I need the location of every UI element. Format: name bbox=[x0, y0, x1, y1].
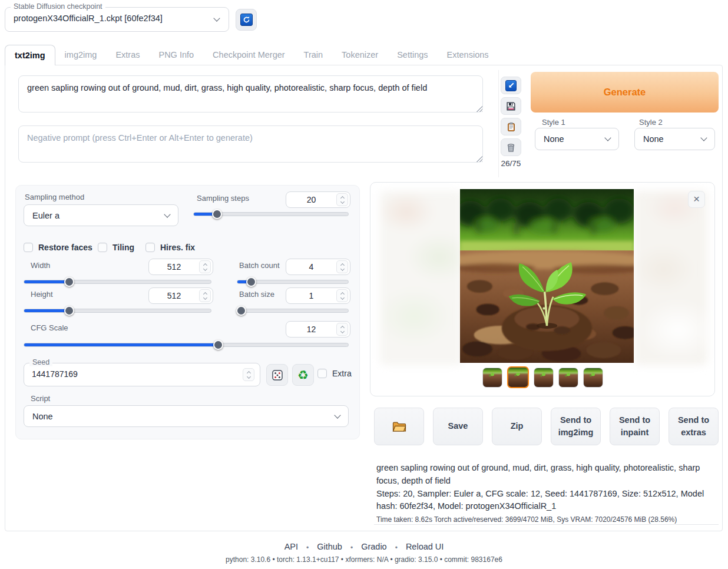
width-input[interactable]: 512 bbox=[148, 259, 213, 275]
reuse-seed-button[interactable]: ♻ bbox=[292, 364, 314, 386]
footer-link-reload-ui[interactable]: Reload UI bbox=[406, 542, 444, 554]
tab-tokenizer[interactable]: Tokenizer bbox=[332, 45, 388, 65]
send-to-inpaint-button[interactable]: Send to inpaint bbox=[610, 408, 660, 445]
footer-link-github[interactable]: Github bbox=[317, 542, 342, 554]
tab-txt2img[interactable]: txt2img bbox=[5, 45, 55, 65]
negative-prompt-input[interactable] bbox=[18, 125, 483, 163]
bullet-separator: • bbox=[306, 542, 309, 554]
footer-link-gradio[interactable]: Gradio bbox=[361, 542, 387, 554]
send-to-extras-button[interactable]: Send to extras bbox=[669, 408, 719, 445]
bullet-separator: • bbox=[395, 542, 398, 554]
seed-input[interactable]: Seed 1441787169 bbox=[24, 363, 260, 386]
main-tabs: txt2img img2img Extras PNG Info Checkpoi… bbox=[5, 45, 498, 65]
hires-fix-checkbox[interactable]: Hires. fix bbox=[145, 243, 195, 252]
zip-button[interactable]: Zip bbox=[492, 408, 542, 445]
clipboard-icon bbox=[507, 122, 516, 132]
refresh-checkpoint-button[interactable] bbox=[236, 9, 257, 31]
cfg-scale-input[interactable]: 12 bbox=[286, 321, 350, 338]
height-input[interactable]: 512 bbox=[148, 287, 213, 304]
refresh-icon bbox=[240, 14, 253, 26]
generation-info-params: Steps: 20, Sampler: Euler a, CFG scale: … bbox=[376, 488, 716, 514]
tab-png-info[interactable]: PNG Info bbox=[149, 45, 203, 65]
batch-count-slider[interactable] bbox=[237, 277, 349, 287]
spinner-icon[interactable] bbox=[199, 289, 211, 302]
checkpoint-dropdown[interactable]: Stable Diffusion checkpoint protogenX34O… bbox=[5, 7, 229, 32]
sampling-steps-input[interactable]: 20 bbox=[286, 191, 350, 208]
chevron-down-icon bbox=[164, 211, 170, 217]
open-output-folder-button[interactable] bbox=[374, 408, 424, 445]
tab-img2img[interactable]: img2img bbox=[55, 45, 107, 65]
column-divider bbox=[498, 70, 499, 177]
save-style-button[interactable] bbox=[501, 97, 521, 115]
spinner-icon[interactable] bbox=[336, 289, 348, 302]
style2-dropdown[interactable]: None bbox=[634, 128, 715, 150]
extra-seed-checkbox[interactable]: Extra bbox=[317, 369, 352, 378]
spinner-icon[interactable] bbox=[199, 260, 211, 273]
gallery-thumbnail-3[interactable] bbox=[534, 368, 554, 388]
batch-count-input[interactable]: 4 bbox=[286, 259, 350, 275]
clear-prompt-button[interactable] bbox=[501, 138, 521, 156]
gallery-thumbnail-2-selected[interactable] bbox=[507, 366, 529, 388]
apply-style-button[interactable] bbox=[501, 118, 521, 135]
checkbox-icon bbox=[24, 243, 33, 252]
close-gallery-button[interactable]: × bbox=[688, 191, 705, 208]
footer-link-api[interactable]: API bbox=[284, 542, 298, 554]
sampling-steps-label: Sampling steps bbox=[197, 194, 249, 203]
spinner-icon[interactable] bbox=[336, 193, 348, 206]
gallery-thumbnail-1[interactable] bbox=[482, 368, 502, 388]
sampling-steps-slider[interactable] bbox=[193, 209, 349, 220]
style1-dropdown[interactable]: None bbox=[535, 128, 619, 150]
chevron-down-icon bbox=[604, 134, 611, 141]
send-to-img2img-button[interactable]: Send to img2img bbox=[551, 408, 601, 445]
save-button[interactable]: Save bbox=[433, 408, 483, 445]
tab-settings[interactable]: Settings bbox=[388, 45, 437, 65]
checkbox-icon bbox=[145, 243, 155, 252]
script-dropdown[interactable]: None bbox=[24, 405, 349, 427]
checkbox-icon bbox=[317, 369, 327, 378]
height-slider[interactable] bbox=[24, 306, 211, 316]
gallery-blur-left bbox=[380, 191, 462, 365]
sampling-method-label: Sampling method bbox=[25, 193, 84, 201]
chevron-down-icon bbox=[334, 412, 340, 418]
trash-icon bbox=[506, 143, 516, 153]
gallery-thumbnail-5[interactable] bbox=[583, 368, 603, 388]
footer-version-info: python: 3.10.6 • torch: 1.13.1+cu117 • x… bbox=[0, 555, 728, 564]
batch-size-input[interactable]: 1 bbox=[286, 287, 350, 304]
cfg-scale-slider[interactable] bbox=[24, 340, 349, 350]
tab-checkpoint-merger[interactable]: Checkpoint Merger bbox=[203, 45, 294, 65]
tab-extras[interactable]: Extras bbox=[106, 45, 149, 65]
batch-count-label: Batch count bbox=[239, 261, 280, 270]
spinner-icon[interactable] bbox=[336, 260, 348, 273]
generate-button[interactable]: Generate bbox=[531, 72, 719, 113]
width-label: Width bbox=[31, 261, 50, 270]
random-seed-button[interactable] bbox=[266, 364, 288, 386]
gallery-thumbnail-4[interactable] bbox=[558, 368, 578, 388]
chevron-down-icon bbox=[213, 15, 220, 21]
tiling-checkbox[interactable]: Tiling bbox=[98, 243, 134, 252]
spinner-icon[interactable] bbox=[243, 368, 254, 381]
tab-extensions[interactable]: Extensions bbox=[438, 45, 498, 65]
sampling-method-dropdown[interactable]: Euler a bbox=[24, 204, 178, 226]
close-icon: × bbox=[693, 193, 700, 205]
restore-faces-checkbox[interactable]: Restore faces bbox=[24, 243, 92, 252]
checkpoint-label: Stable Diffusion checkpoint bbox=[11, 2, 105, 11]
generated-image[interactable] bbox=[460, 189, 634, 363]
arrow-down-left-icon bbox=[505, 80, 517, 91]
seed-label: Seed bbox=[29, 358, 52, 366]
paste-generation-params-button[interactable] bbox=[501, 77, 521, 94]
generation-settings-panel: Sampling method Euler a Sampling steps 2… bbox=[15, 185, 360, 439]
spinner-icon[interactable] bbox=[336, 323, 348, 336]
gallery-thumbnails bbox=[370, 366, 714, 388]
prompt-input[interactable]: green sapling rowing out of ground, mud,… bbox=[18, 75, 483, 113]
divider bbox=[374, 524, 719, 525]
tab-train[interactable]: Train bbox=[294, 45, 333, 65]
generation-info-prompt: green sapling rowing out of ground, mud,… bbox=[376, 462, 716, 488]
batch-size-label: Batch size bbox=[239, 290, 274, 299]
folder-icon bbox=[392, 421, 406, 432]
result-actions: Save Zip Send to img2img Send to inpaint… bbox=[374, 408, 719, 445]
generation-info: green sapling rowing out of ground, mud,… bbox=[376, 462, 716, 525]
height-label: Height bbox=[31, 290, 53, 299]
width-slider[interactable] bbox=[24, 277, 211, 287]
recycle-icon: ♻ bbox=[297, 369, 309, 381]
batch-size-slider[interactable] bbox=[237, 306, 349, 316]
